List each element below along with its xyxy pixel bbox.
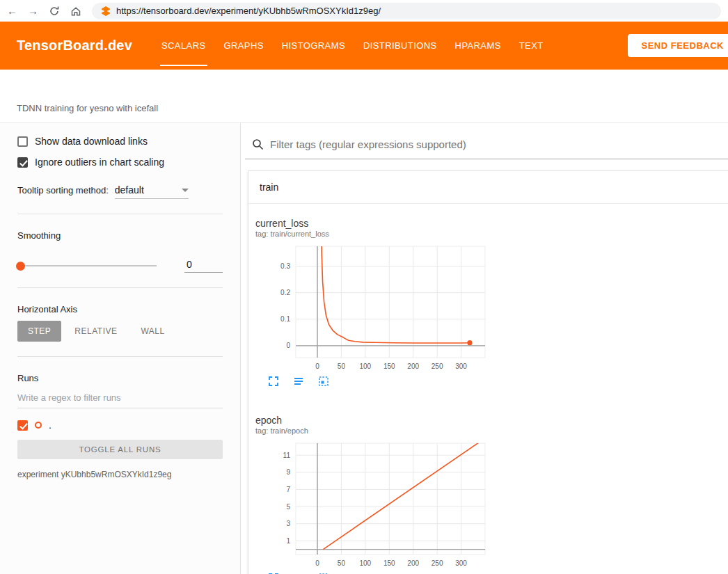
svg-text:0: 0 — [286, 342, 290, 349]
svg-text:0: 0 — [315, 559, 319, 567]
svg-text:50: 50 — [338, 362, 346, 370]
tab-label: HISTOGRAMS — [282, 40, 345, 51]
tab-label: TEXT — [519, 40, 544, 51]
app-header: TensorBoard.dev SCALARSGRAPHSHISTOGRAMSD… — [0, 22, 728, 70]
tab-scalars[interactable]: SCALARS — [161, 22, 206, 70]
svg-text:9: 9 — [286, 468, 290, 476]
horizontal-axis-buttons: STEPRELATIVEWALL — [17, 321, 223, 342]
tab-text[interactable]: TEXT — [519, 22, 544, 70]
refresh-icon[interactable] — [49, 6, 60, 17]
ignore-outliers-label: Ignore outliers in chart scaling — [35, 157, 164, 168]
svg-text:11: 11 — [283, 452, 291, 459]
axis-relative-button[interactable]: RELATIVE — [64, 321, 127, 342]
scalars-panel: train current_loss tag: train/current_lo… — [241, 123, 728, 574]
svg-text:7: 7 — [286, 486, 290, 493]
charts-grid: current_loss tag: train/current_loss 050… — [248, 204, 728, 574]
divider — [17, 287, 223, 288]
ignore-outliers-row[interactable]: Ignore outliers in chart scaling — [17, 157, 223, 168]
toggle-all-runs-button[interactable]: TOGGLE ALL RUNS — [17, 440, 223, 459]
svg-text:250: 250 — [432, 559, 443, 567]
svg-text:200: 200 — [407, 362, 419, 370]
svg-text:1: 1 — [286, 537, 290, 545]
scalar-chart-card: epoch tag: train/epoch 05010015020025030… — [255, 415, 490, 574]
tooltip-sorting-value: default — [115, 184, 144, 196]
tag-group-card: train current_loss tag: train/current_lo… — [248, 170, 728, 574]
chart-tag: tag: train/current_loss — [255, 230, 490, 238]
smoothing-label: Smoothing — [17, 230, 223, 241]
app-title: TensorBoard.dev — [17, 38, 132, 54]
svg-text:50: 50 — [338, 559, 346, 567]
axis-wall-button[interactable]: WALL — [130, 321, 175, 342]
tensorboard-favicon — [101, 6, 111, 16]
svg-text:150: 150 — [383, 559, 395, 567]
tab-graphs[interactable]: GRAPHS — [224, 22, 264, 70]
home-icon[interactable] — [70, 6, 81, 17]
run-color-swatch — [35, 422, 42, 429]
chart-plot[interactable]: 05010015020025030000.10.20.3 — [255, 241, 490, 374]
svg-text:0.3: 0.3 — [280, 262, 290, 270]
send-feedback-button[interactable]: SEND FEEDBACK — [628, 34, 728, 57]
svg-text:200: 200 — [407, 559, 419, 567]
svg-text:0: 0 — [315, 362, 319, 370]
url-text: https://tensorboard.dev/experiment/yKUbh… — [116, 6, 381, 16]
smoothing-slider-row: 0 — [17, 259, 223, 273]
tab-histograms[interactable]: HISTOGRAMS — [282, 22, 345, 70]
chart-toolbar — [268, 376, 490, 387]
run-checkbox[interactable] — [17, 420, 28, 431]
main-nav: SCALARSGRAPHSHISTOGRAMSDISTRIBUTIONSHPAR… — [161, 22, 544, 70]
runs-filter-input[interactable] — [17, 392, 223, 408]
back-icon[interactable]: ← — [7, 6, 17, 16]
tooltip-sorting-select[interactable]: default — [115, 184, 189, 199]
svg-text:100: 100 — [360, 559, 372, 567]
svg-text:300: 300 — [455, 362, 467, 370]
chart-tag: tag: train/epoch — [255, 426, 490, 435]
settings-sidebar: Show data download links Ignore outliers… — [0, 123, 241, 574]
show-download-links-row[interactable]: Show data download links — [17, 136, 223, 147]
tooltip-sorting-label: Tooltip sorting method: — [17, 185, 109, 196]
experiment-title-row: TDNN training for yesno with icefall — [0, 70, 728, 123]
fullscreen-icon[interactable] — [268, 376, 279, 387]
address-bar[interactable]: https://tensorboard.dev/experiment/yKUbh… — [92, 3, 721, 19]
axis-step-button[interactable]: STEP — [17, 321, 61, 342]
forward-icon[interactable]: → — [28, 6, 38, 16]
show-download-links-label: Show data download links — [35, 136, 148, 147]
tab-label: GRAPHS — [224, 40, 264, 51]
chart-title: current_loss — [255, 218, 490, 229]
ignore-outliers-checkbox[interactable] — [17, 157, 28, 168]
search-icon — [252, 138, 264, 150]
tab-label: HPARAMS — [455, 40, 501, 51]
smoothing-slider-thumb[interactable] — [16, 262, 25, 271]
tag-group-title[interactable]: train — [248, 171, 728, 204]
svg-text:150: 150 — [383, 362, 395, 370]
filter-tags-row — [245, 131, 728, 159]
svg-text:100: 100 — [360, 362, 372, 370]
tab-distributions[interactable]: DISTRIBUTIONS — [363, 22, 437, 70]
horizontal-axis-label: Horizontal Axis — [17, 304, 223, 314]
tooltip-sorting-row: Tooltip sorting method: default — [17, 184, 223, 199]
divider — [17, 214, 223, 214]
smoothing-value-input[interactable]: 0 — [184, 259, 223, 273]
svg-text:0.1: 0.1 — [280, 315, 290, 323]
runs-label: Runs — [17, 373, 223, 383]
tab-label: DISTRIBUTIONS — [363, 40, 437, 51]
run-name: . — [49, 420, 52, 431]
chart-title: epoch — [255, 415, 490, 426]
experiment-id-text: experiment yKUbhb5wRmOSXYkId1z9eg — [17, 470, 223, 479]
tab-label: SCALARS — [161, 40, 206, 51]
scalar-chart-card: current_loss tag: train/current_loss 050… — [255, 218, 490, 387]
tab-hparams[interactable]: HPARAMS — [455, 22, 501, 70]
filter-tags-input[interactable] — [270, 138, 728, 150]
svg-text:3: 3 — [286, 520, 290, 527]
run-row[interactable]: . — [17, 420, 223, 431]
chevron-down-icon — [182, 189, 189, 192]
svg-text:250: 250 — [432, 362, 443, 370]
show-download-links-checkbox[interactable] — [17, 136, 28, 147]
chart-plot[interactable]: 0501001502002503001357911 — [255, 438, 490, 571]
smoothing-slider[interactable] — [17, 265, 157, 266]
fit-domain-icon[interactable] — [318, 376, 329, 387]
experiment-title: TDNN training for yesno with icefall — [17, 103, 711, 113]
svg-text:5: 5 — [286, 503, 290, 511]
svg-text:300: 300 — [455, 559, 467, 567]
browser-toolbar: ← → https://tensorboard.dev/experiment/y… — [0, 0, 728, 22]
data-lines-icon[interactable] — [293, 376, 304, 387]
